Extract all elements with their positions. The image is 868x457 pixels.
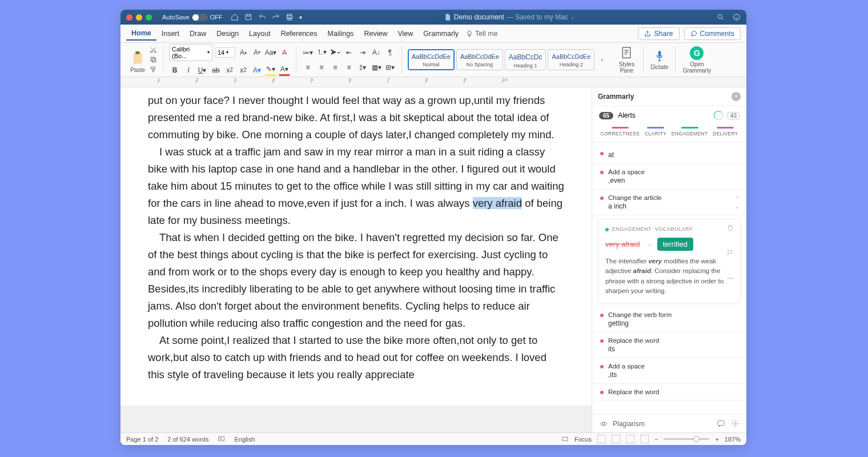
chevron-down-icon[interactable]: ⌄: [570, 14, 575, 20]
trash-icon[interactable]: [726, 224, 734, 232]
tab-correctness[interactable]: CORRECTNESS: [600, 127, 639, 137]
tab-clarity[interactable]: CLARITY: [645, 127, 666, 137]
shrink-font-icon[interactable]: A▾: [251, 47, 263, 58]
tab-insert[interactable]: Insert: [156, 27, 184, 40]
tab-mailings[interactable]: Mailings: [323, 27, 359, 40]
clear-format-icon[interactable]: A̶: [279, 47, 290, 58]
close-icon[interactable]: [126, 14, 132, 21]
word-count[interactable]: 2 of 624 words: [167, 436, 208, 443]
align-right-button[interactable]: ≡: [329, 62, 341, 73]
open-grammarly-button[interactable]: G Open Grammarly: [679, 46, 714, 74]
toggle-pill[interactable]: [192, 14, 208, 21]
underline-button[interactable]: U▾: [196, 65, 208, 76]
zoom-level[interactable]: 187%: [725, 436, 741, 443]
print-icon[interactable]: [286, 13, 294, 21]
alert-card[interactable]: Change the verb formgetting: [592, 307, 746, 332]
suggestion-pill[interactable]: terrified: [657, 238, 693, 251]
borders-button[interactable]: ⊞▾: [384, 62, 396, 73]
alert-card[interactable]: Change the articlea inch ⌃⌄: [592, 190, 746, 215]
redo-icon[interactable]: [272, 13, 280, 21]
paragraph[interactable]: put on your face? I never thought I woul…: [148, 92, 564, 143]
format-painter-icon[interactable]: [150, 66, 157, 73]
zoom-in-button[interactable]: +: [715, 436, 718, 443]
multilevel-button[interactable]: ⮞▾: [329, 47, 341, 58]
superscript-button[interactable]: x2: [238, 65, 249, 76]
styles-pane-button[interactable]: Styles Pane: [613, 46, 640, 74]
document-area[interactable]: put on your face? I never thought I woul…: [120, 87, 592, 432]
dictate-button[interactable]: Dictate: [647, 49, 672, 70]
style-heading1[interactable]: AaBbCcDcHeading 1: [505, 49, 546, 70]
zoom-out-button[interactable]: −: [654, 436, 658, 443]
goal-icon[interactable]: [714, 111, 723, 120]
tab-layout[interactable]: Layout: [244, 27, 276, 40]
alert-card[interactable]: Replace the wordits: [592, 332, 746, 358]
view-outline-icon[interactable]: [640, 435, 649, 443]
view-print-icon[interactable]: [612, 435, 620, 443]
paragraph[interactable]: At some point,I realized that I started …: [148, 332, 564, 383]
style-heading2[interactable]: AaBbCcDdEeHeading 2: [548, 49, 594, 70]
align-center-button[interactable]: ≡: [316, 62, 327, 73]
expand-toggle-icon[interactable]: ⌃⌄: [734, 195, 740, 210]
close-panel-icon[interactable]: ×: [732, 92, 741, 101]
tab-review[interactable]: Review: [359, 27, 392, 40]
copy-icon[interactable]: [150, 56, 157, 63]
undo-icon[interactable]: [258, 13, 266, 21]
alerts-list[interactable]: at Add a space,even Change the articlea …: [592, 143, 746, 414]
grow-font-icon[interactable]: A▴: [238, 47, 249, 58]
alert-card[interactable]: at: [592, 145, 746, 164]
font-size-select[interactable]: 14▾: [215, 47, 235, 58]
minimize-icon[interactable]: [136, 14, 142, 21]
strike-button[interactable]: ab: [210, 65, 222, 76]
outdent-button[interactable]: ⇤: [343, 47, 355, 58]
gear-icon[interactable]: [731, 419, 740, 428]
style-no-spacing[interactable]: AaBbCcDdEeNo Spacing: [456, 49, 503, 70]
smiley-icon[interactable]: [733, 13, 741, 21]
sort-button[interactable]: A↓: [371, 47, 382, 58]
numbering-button[interactable]: ⒈▾: [316, 47, 327, 58]
document-page[interactable]: put on your face? I never thought I woul…: [120, 87, 592, 406]
language[interactable]: English: [234, 436, 255, 443]
styles-more-icon[interactable]: ›: [596, 54, 608, 66]
zoom-slider[interactable]: [664, 438, 709, 440]
tab-delivery[interactable]: DELIVERY: [713, 127, 738, 137]
ruler[interactable]: 12345678910: [120, 77, 746, 87]
search-icon[interactable]: [717, 13, 725, 21]
tab-home[interactable]: Home: [126, 27, 156, 41]
bullets-button[interactable]: ≔▾: [302, 47, 314, 58]
page-indicator[interactable]: Page 1 of 2: [126, 436, 158, 443]
comments-button[interactable]: Comments: [684, 27, 741, 40]
font-color-icon[interactable]: A▾: [279, 65, 290, 76]
tab-engagement[interactable]: ENGAGEMENT: [672, 127, 708, 137]
alert-expanded[interactable]: ENGAGEMENT· VOCABULARY very afraid → ter…: [598, 219, 741, 303]
flag-icon[interactable]: [726, 249, 734, 257]
tell-me[interactable]: Tell me: [466, 30, 498, 38]
more-icon[interactable]: [726, 274, 734, 282]
highlight-icon[interactable]: ✎▾: [265, 65, 276, 76]
italic-button[interactable]: I: [183, 65, 194, 76]
view-web-icon[interactable]: [626, 435, 634, 443]
score-value[interactable]: 43: [728, 112, 740, 119]
maximize-icon[interactable]: [146, 14, 152, 21]
tab-references[interactable]: References: [276, 27, 323, 40]
alert-card[interactable]: Add a space,even: [592, 164, 746, 190]
spellcheck-icon[interactable]: [218, 435, 225, 443]
bold-button[interactable]: B: [169, 65, 180, 76]
cut-icon[interactable]: [150, 46, 157, 54]
style-normal[interactable]: AaBbCcDdEeNormal: [408, 49, 455, 70]
paragraph[interactable]: That is when I decided getting on the bi…: [148, 229, 564, 332]
home-icon[interactable]: [231, 13, 239, 21]
autosave-toggle[interactable]: AutoSave OFF: [162, 14, 223, 21]
alert-card[interactable]: Add a space,its: [592, 358, 746, 384]
tab-view[interactable]: View: [392, 27, 418, 40]
change-case-icon[interactable]: Aa▾: [265, 47, 276, 58]
shading-button[interactable]: ▦▾: [371, 62, 382, 73]
share-button[interactable]: Share: [638, 27, 679, 40]
font-name-select[interactable]: Calibri (Bo...▾: [169, 44, 212, 61]
feedback-icon[interactable]: [717, 419, 725, 428]
tab-design[interactable]: Design: [211, 27, 244, 40]
view-read-icon[interactable]: [597, 435, 606, 443]
show-marks-button[interactable]: ¶: [384, 47, 396, 58]
highlighted-text[interactable]: very afraid: [473, 197, 522, 209]
paste-button[interactable]: Paste: [127, 51, 148, 73]
indent-button[interactable]: ⇥: [357, 47, 368, 58]
